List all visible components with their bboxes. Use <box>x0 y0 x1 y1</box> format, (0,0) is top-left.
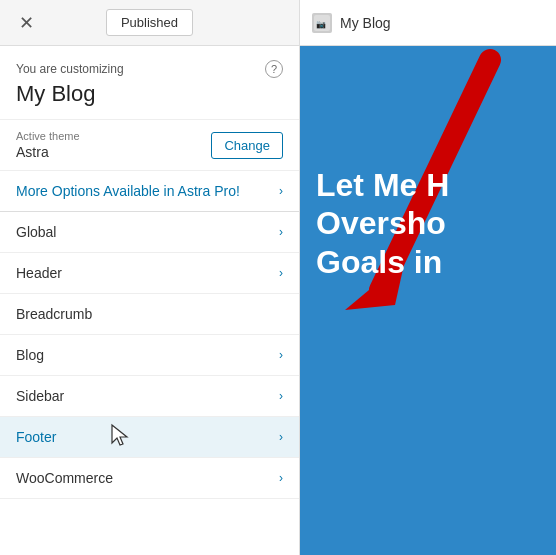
sidebar-item-footer[interactable]: Footer › <box>0 417 299 458</box>
sidebar-item-promo-label: More Options Available in Astra Pro! <box>16 183 240 199</box>
sidebar-item-blog[interactable]: Blog › <box>0 335 299 376</box>
close-button[interactable]: ✕ <box>12 9 40 37</box>
sidebar-item-global[interactable]: Global › <box>0 212 299 253</box>
preview-panel: 📷 My Blog Let Me H Oversho Goals in <box>300 0 556 555</box>
sidebar-item-sidebar[interactable]: Sidebar › <box>0 376 299 417</box>
theme-label: Active theme <box>16 130 80 142</box>
customizing-section: You are customizing ? My Blog <box>0 46 299 120</box>
customizing-label-row: You are customizing ? <box>16 60 283 78</box>
change-theme-button[interactable]: Change <box>211 132 283 159</box>
theme-name: Astra <box>16 144 80 160</box>
chevron-right-icon: › <box>279 266 283 280</box>
sidebar-item-blog-label: Blog <box>16 347 44 363</box>
sidebar-item-breadcrumb[interactable]: Breadcrumb <box>0 294 299 335</box>
customizer-panel: ✕ Published You are customizing ? My Blo… <box>0 0 300 555</box>
sidebar-item-header-label: Header <box>16 265 62 281</box>
svg-text:📷: 📷 <box>316 19 326 29</box>
help-icon[interactable]: ? <box>265 60 283 78</box>
sidebar-item-header[interactable]: Header › <box>0 253 299 294</box>
sidebar-item-sidebar-label: Sidebar <box>16 388 64 404</box>
sidebar-item-global-label: Global <box>16 224 56 240</box>
chevron-right-icon: › <box>279 348 283 362</box>
preview-content: Let Me H Oversho Goals in <box>300 46 556 301</box>
cursor-icon <box>110 423 132 452</box>
nav-list: More Options Available in Astra Pro! › G… <box>0 171 299 555</box>
site-title: My Blog <box>16 81 283 107</box>
published-button[interactable]: Published <box>106 9 193 36</box>
sidebar-item-woocommerce[interactable]: WooCommerce › <box>0 458 299 499</box>
chevron-right-icon: › <box>279 225 283 239</box>
preview-header: 📷 My Blog <box>300 0 556 46</box>
preview-logo-text: My Blog <box>340 15 391 31</box>
sidebar-item-breadcrumb-label: Breadcrumb <box>16 306 92 322</box>
sidebar-item-woocommerce-label: WooCommerce <box>16 470 113 486</box>
chevron-right-icon: › <box>279 389 283 403</box>
preview-logo-icon: 📷 <box>312 13 332 33</box>
chevron-right-icon: › <box>279 184 283 198</box>
theme-info: Active theme Astra <box>16 130 80 160</box>
top-bar: ✕ Published <box>0 0 299 46</box>
customizing-text: You are customizing <box>16 62 124 76</box>
chevron-right-icon: › <box>279 471 283 485</box>
sidebar-item-promo[interactable]: More Options Available in Astra Pro! › <box>0 171 299 212</box>
preview-heading: Let Me H Oversho Goals in <box>316 166 540 281</box>
chevron-right-icon: › <box>279 430 283 444</box>
sidebar-item-footer-label: Footer <box>16 429 56 445</box>
theme-section: Active theme Astra Change <box>0 120 299 171</box>
